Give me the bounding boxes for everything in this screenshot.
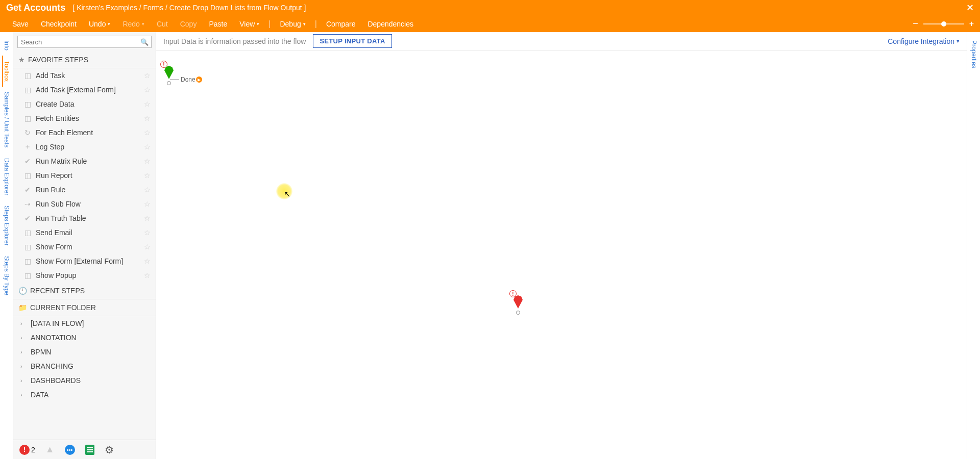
setup-input-data-button[interactable]: SETUP INPUT DATA [313, 34, 391, 48]
star-outline-icon[interactable]: ☆ [144, 143, 151, 151]
chevron-right-icon: › [20, 392, 27, 398]
fav-show-form[interactable]: ◫Show Form☆ [13, 240, 156, 254]
tree-bpmn[interactable]: ›BPMN [13, 345, 156, 359]
menu-view[interactable]: View▾ [233, 20, 265, 28]
star-outline-icon[interactable]: ☆ [144, 200, 151, 208]
bottom-bar: ! 2 ▲ ••• ⚙ [13, 440, 156, 459]
star-outline-icon[interactable]: ☆ [144, 157, 151, 165]
tree-data-in-flow[interactable]: ›[DATA IN FLOW] [13, 316, 156, 330]
close-icon[interactable]: ✕ [966, 2, 974, 13]
configure-integration-link[interactable]: Configure Integration ▾ [888, 37, 960, 45]
star-outline-icon[interactable]: ☆ [144, 257, 151, 265]
settings-button[interactable]: ⚙ [105, 444, 114, 456]
section-head-recent[interactable]: 🕘 RECENT STEPS [13, 283, 156, 299]
warnings-indicator[interactable]: ▲ [45, 444, 55, 455]
doc-button[interactable] [85, 445, 94, 455]
star-outline-icon[interactable]: ☆ [144, 243, 151, 251]
fav-add-task-external[interactable]: ◫Add Task [External Form]☆ [13, 83, 156, 97]
search-input[interactable] [17, 36, 152, 48]
star-outline-icon[interactable]: ☆ [144, 86, 151, 94]
menu-redo[interactable]: Redo▾ [116, 20, 150, 28]
fav-add-task[interactable]: ◫Add Task☆ [13, 68, 156, 83]
page-title: Get Accounts [6, 3, 65, 13]
fav-run-matrix[interactable]: ✔Run Matrix Rule☆ [13, 154, 156, 168]
zoom-slider[interactable] [923, 23, 964, 24]
fav-run-report[interactable]: ◫Run Report☆ [13, 168, 156, 183]
tab-steps-by-type[interactable]: Steps By Type [3, 251, 10, 300]
cube-icon: ◫ [23, 171, 32, 180]
tree-label: ANNOTATION [31, 334, 77, 342]
tab-steps-explorer[interactable]: Steps Explorer [3, 200, 10, 251]
menu-paste[interactable]: Paste [203, 20, 233, 28]
chat-button[interactable]: ••• [65, 445, 75, 455]
connector-dot[interactable] [516, 311, 520, 315]
tab-samples[interactable]: Samples / Unit Tests [3, 87, 10, 152]
cube-icon: ◫ [23, 100, 32, 108]
star-outline-icon[interactable]: ☆ [144, 186, 151, 194]
fav-label: Run Truth Table [36, 214, 86, 222]
play-icon[interactable]: ▶ [196, 76, 202, 83]
tree-branching[interactable]: ›BRANCHING [13, 359, 156, 373]
zoom-thumb[interactable] [941, 21, 946, 27]
fav-show-form-external[interactable]: ◫Show Form [External Form]☆ [13, 254, 156, 268]
fav-label: Run Matrix Rule [36, 157, 87, 165]
errors-indicator[interactable]: ! 2 [19, 445, 35, 455]
tab-data-explorer[interactable]: Data Explorer [3, 153, 10, 200]
fav-run-rule[interactable]: ✔Run Rule☆ [13, 183, 156, 197]
section-head-favorite[interactable]: ★ FAVORITE STEPS [13, 52, 156, 68]
star-outline-icon[interactable]: ☆ [144, 271, 151, 279]
fav-fetch-entities[interactable]: ◫Fetch Entities☆ [13, 111, 156, 125]
start-node[interactable]: ! [164, 66, 174, 85]
star-outline-icon[interactable]: ☆ [144, 171, 151, 180]
fav-show-popup[interactable]: ◫Show Popup☆ [13, 268, 156, 283]
menu-debug-label: Debug [280, 20, 301, 28]
search-icon[interactable]: 🔍 [140, 38, 149, 46]
menu-cut[interactable]: Cut [151, 20, 174, 28]
section-head-current[interactable]: 📁 CURRENT FOLDER [13, 299, 156, 316]
fav-for-each[interactable]: ↻For Each Element☆ [13, 125, 156, 140]
chevron-right-icon: › [20, 320, 27, 326]
flow-canvas[interactable]: ! Done ▶ ! ↖ [156, 50, 967, 459]
section-title: CURRENT FOLDER [30, 303, 96, 312]
menu-dependencies[interactable]: Dependencies [361, 20, 420, 28]
menu-checkpoint[interactable]: Checkpoint [35, 20, 83, 28]
folder-icon: 📁 [18, 303, 27, 312]
tree-label: DATA [31, 391, 48, 399]
zoom-in-icon[interactable]: + [969, 19, 974, 29]
star-outline-icon[interactable]: ☆ [144, 214, 151, 222]
fav-run-truth-table[interactable]: ✔Run Truth Table☆ [13, 211, 156, 225]
zoom-control[interactable]: − + [913, 18, 974, 29]
star-outline-icon[interactable]: ☆ [144, 100, 151, 108]
tree-annotation[interactable]: ›ANNOTATION [13, 330, 156, 345]
star-outline-icon[interactable]: ☆ [144, 129, 151, 137]
fav-create-data[interactable]: ◫Create Data☆ [13, 97, 156, 111]
tab-info[interactable]: Info [3, 35, 10, 56]
menu-debug[interactable]: Debug▾ [274, 20, 311, 28]
chevron-down-icon: ▾ [303, 21, 306, 27]
fav-log-step[interactable]: ＋Log Step☆ [13, 140, 156, 154]
sidebar-scroll[interactable]: ★ FAVORITE STEPS ◫Add Task☆ ◫Add Task [E… [13, 52, 156, 440]
fav-label: Add Task [36, 71, 65, 80]
cube-icon: ◫ [23, 257, 32, 265]
tab-properties[interactable]: Properties [970, 35, 977, 73]
menu-save[interactable]: Save [6, 20, 35, 28]
chevron-down-icon: ▾ [957, 38, 960, 44]
tree-dashboards[interactable]: ›DASHBOARDS [13, 373, 156, 388]
star-outline-icon[interactable]: ☆ [144, 228, 151, 237]
connector-dot[interactable] [167, 81, 171, 85]
star-outline-icon[interactable]: ☆ [144, 71, 151, 80]
menu-copy[interactable]: Copy [174, 20, 203, 28]
fav-run-sub-flow[interactable]: ⇢Run Sub Flow☆ [13, 197, 156, 211]
end-node[interactable]: ! [513, 295, 523, 315]
separator: | [315, 19, 317, 29]
separator: | [268, 19, 271, 29]
start-pin-icon [164, 66, 174, 79]
zoom-out-icon[interactable]: − [913, 18, 918, 29]
tab-toolbox[interactable]: Toolbox [2, 56, 10, 87]
fav-send-email[interactable]: ◫Send Email☆ [13, 225, 156, 240]
star-icon: ★ [18, 56, 25, 64]
menu-undo[interactable]: Undo▾ [83, 20, 116, 28]
menu-compare[interactable]: Compare [320, 20, 362, 28]
star-outline-icon[interactable]: ☆ [144, 114, 151, 122]
tree-data[interactable]: ›DATA [13, 388, 156, 402]
